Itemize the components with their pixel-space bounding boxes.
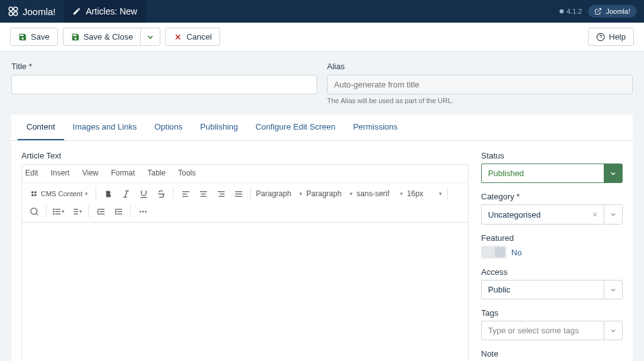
- align-center-button[interactable]: [195, 186, 211, 202]
- italic-icon: [121, 189, 131, 199]
- bullet-list-button[interactable]: ▾: [50, 203, 67, 219]
- svg-line-16: [125, 191, 127, 197]
- status-select[interactable]: Published: [481, 164, 623, 183]
- more-button[interactable]: [135, 203, 151, 219]
- align-left-button[interactable]: [177, 186, 194, 202]
- category-label: Category: [481, 192, 623, 201]
- access-dropdown-button[interactable]: [604, 280, 623, 299]
- help-button[interactable]: Help: [588, 28, 634, 46]
- help-label: Help: [609, 32, 626, 42]
- underline-button[interactable]: [135, 186, 152, 202]
- block-format-select[interactable]: Paragraph▾: [255, 187, 304, 201]
- title-alias-row: Title Alias The Alias will be used as pa…: [0, 52, 644, 109]
- tab-publishing[interactable]: Publishing: [191, 114, 247, 140]
- strikethrough-button[interactable]: [153, 186, 169, 202]
- indent-icon: [114, 207, 123, 216]
- editor-toolbar: CMS Content ▾ Paragraph▾ Paragraph▾ sans…: [21, 182, 469, 223]
- menu-format[interactable]: Format: [109, 167, 137, 179]
- save-button[interactable]: Save: [10, 28, 58, 46]
- tabs: Content Images and Links Options Publish…: [11, 114, 633, 141]
- menu-edit[interactable]: Edit: [23, 167, 40, 179]
- style-select[interactable]: Paragraph▾: [305, 187, 354, 201]
- category-dropdown-button[interactable]: [604, 204, 623, 225]
- number-list-button[interactable]: ▾: [68, 203, 84, 219]
- svg-point-12: [31, 194, 34, 197]
- chevron-down-icon: ▾: [85, 191, 88, 197]
- editor-textarea[interactable]: [21, 223, 469, 361]
- svg-point-36: [53, 209, 54, 209]
- version-badge[interactable]: 4.1.2: [558, 8, 582, 15]
- page-title: Articles: New: [64, 0, 147, 23]
- save-close-dropdown[interactable]: [141, 28, 160, 46]
- svg-point-48: [139, 211, 141, 213]
- align-right-button[interactable]: [213, 186, 229, 202]
- search-icon: [30, 207, 39, 216]
- access-label: Access: [481, 267, 623, 277]
- featured-field: Featured No: [481, 233, 623, 258]
- joomla-mini-icon: [558, 8, 565, 14]
- category-value: Uncategorised: [488, 210, 541, 219]
- tags-select[interactable]: Type or select some tags: [481, 321, 623, 340]
- outdent-button[interactable]: [92, 203, 109, 219]
- featured-value: No: [511, 248, 522, 257]
- menu-table[interactable]: Table: [146, 167, 168, 179]
- tags-dropdown-button[interactable]: [604, 321, 623, 340]
- search-button[interactable]: [26, 203, 42, 219]
- tags-placeholder: Type or select some tags: [488, 326, 579, 335]
- svg-point-1: [14, 7, 18, 11]
- main-panel: Content Images and Links Options Publish…: [11, 114, 633, 361]
- bold-button[interactable]: [100, 186, 116, 202]
- access-select[interactable]: Public: [481, 280, 623, 299]
- menu-view[interactable]: View: [80, 167, 101, 179]
- svg-point-49: [142, 211, 144, 213]
- svg-point-2: [9, 12, 13, 16]
- editor-column: Article Text Edit Insert View Format Tab…: [21, 151, 469, 361]
- font-family-select[interactable]: sans-serif▾: [355, 187, 404, 201]
- separator: [250, 187, 251, 200]
- tab-configure-edit[interactable]: Configure Edit Screen: [247, 114, 344, 140]
- svg-point-10: [31, 191, 34, 194]
- toolbar-primary-group: Save Save & Close Cancel: [10, 28, 220, 46]
- cms-content-button[interactable]: CMS Content ▾: [26, 187, 92, 201]
- cancel-button[interactable]: Cancel: [165, 28, 219, 46]
- category-select[interactable]: Uncategorised×: [481, 204, 623, 225]
- clear-icon[interactable]: ×: [592, 209, 597, 219]
- tab-images-links[interactable]: Images and Links: [64, 114, 146, 140]
- separator: [447, 187, 448, 200]
- close-icon: [174, 33, 182, 42]
- separator: [46, 205, 47, 218]
- save-close-button[interactable]: Save & Close: [63, 28, 142, 46]
- status-dropdown-button[interactable]: [604, 164, 623, 183]
- status-value: Published: [488, 169, 524, 178]
- menu-tools[interactable]: Tools: [176, 167, 197, 179]
- tags-label: Tags: [481, 308, 623, 318]
- topbar-right: 4.1.2 Joomla!: [558, 5, 636, 18]
- tab-content[interactable]: Content: [18, 114, 64, 140]
- menu-insert[interactable]: Insert: [49, 167, 72, 179]
- strikethrough-icon: [157, 189, 166, 199]
- brand-logo[interactable]: Joomla!: [8, 6, 56, 17]
- article-text-label: Article Text: [21, 151, 469, 160]
- title-input[interactable]: [11, 75, 317, 94]
- alias-col: Alias The Alias will be used as part of …: [327, 62, 633, 104]
- chevron-down-icon: ▾: [62, 208, 65, 214]
- font-size-select[interactable]: 16px▾: [406, 187, 443, 201]
- alias-label: Alias: [327, 62, 633, 71]
- more-icon: [138, 207, 148, 216]
- tab-permissions[interactable]: Permissions: [344, 114, 406, 140]
- status-field: Status Published: [481, 151, 623, 183]
- svg-point-37: [53, 211, 54, 211]
- tab-options[interactable]: Options: [145, 114, 191, 140]
- featured-switch[interactable]: [481, 246, 506, 258]
- chevron-down-icon: ▾: [299, 191, 303, 197]
- alias-input[interactable]: [327, 75, 633, 94]
- chevron-down-icon: [146, 33, 155, 42]
- user-menu[interactable]: Joomla!: [588, 5, 636, 18]
- italic-button[interactable]: [118, 186, 134, 202]
- indent-button[interactable]: [110, 203, 126, 219]
- note-field: Note: [481, 349, 623, 361]
- align-justify-button[interactable]: [230, 186, 247, 202]
- number-list-icon: [70, 207, 79, 216]
- question-icon: [596, 33, 605, 42]
- featured-label: Featured: [481, 233, 623, 243]
